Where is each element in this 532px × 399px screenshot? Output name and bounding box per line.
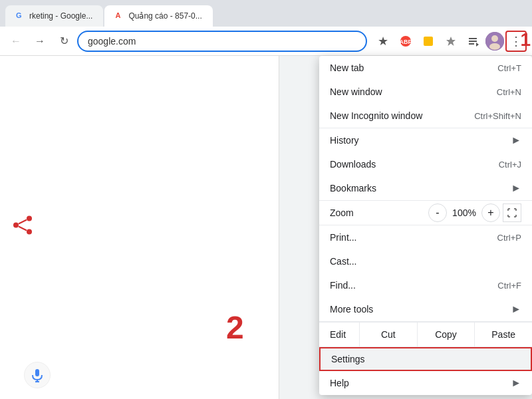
svg-rect-2 <box>424 37 433 46</box>
menu-section-tools: Print... Ctrl+P Cast... Find... Ctrl+F M… <box>319 225 532 322</box>
address-text: google.com <box>88 36 136 47</box>
paste-button[interactable]: Paste <box>474 323 532 346</box>
svg-text:ABP: ABP <box>400 39 412 45</box>
extension-icon-1[interactable] <box>418 31 439 52</box>
svg-line-13 <box>19 220 27 224</box>
fullscreen-button[interactable] <box>503 203 521 222</box>
label-1: 1 <box>520 29 531 51</box>
copy-button[interactable]: Copy <box>417 323 475 346</box>
svg-marker-6 <box>476 43 479 47</box>
menu-item-settings[interactable]: Settings <box>319 347 532 371</box>
reload-button[interactable]: ↻ <box>53 31 74 52</box>
svg-point-8 <box>491 35 498 42</box>
tab-favicon-quangcao: A <box>115 11 124 21</box>
menu-item-history[interactable]: History ► <box>319 128 532 152</box>
cut-button[interactable]: Cut <box>359 323 417 346</box>
svg-line-14 <box>19 227 27 231</box>
menu-item-bookmarks[interactable]: Bookmarks ► <box>319 176 532 200</box>
zoom-in-button[interactable]: + <box>481 203 500 222</box>
menu-item-cast[interactable]: Cast... <box>319 249 532 273</box>
menu-item-more-tools[interactable]: More tools ► <box>319 297 532 321</box>
tab-marketing[interactable]: G rketing - Google... <box>5 5 103 27</box>
tab-quangcao[interactable]: A Quảng cáo - 857-0... <box>104 5 212 27</box>
profile-avatar[interactable] <box>485 32 504 51</box>
label-2: 2 <box>226 309 244 346</box>
menu-item-downloads[interactable]: Downloads Ctrl+J <box>319 152 532 176</box>
tab-bar: G rketing - Google... A Quảng cáo - 857-… <box>0 0 532 27</box>
zoom-row: Zoom - 100% + <box>319 201 532 225</box>
svg-point-11 <box>27 229 32 235</box>
edit-row: Edit Cut Copy Paste <box>319 322 532 347</box>
star-button[interactable]: ★ <box>372 31 394 52</box>
forward-button[interactable]: → <box>29 31 51 52</box>
tab-label-marketing: rketing - Google... <box>29 11 92 21</box>
tab-label-quangcao: Quảng cáo - 857-0... <box>128 11 201 21</box>
menu-section-nav: History ► Downloads Ctrl+J Bookmarks ► <box>319 128 532 201</box>
svg-point-10 <box>27 216 32 221</box>
page-content <box>0 56 279 399</box>
browser-window: G rketing - Google... A Quảng cáo - 857-… <box>0 0 532 399</box>
abp-button[interactable]: ABP <box>395 31 416 52</box>
menu-item-find[interactable]: Find... Ctrl+F <box>319 273 532 297</box>
zoom-out-button[interactable]: - <box>428 203 447 222</box>
extension-icon-2[interactable] <box>440 31 462 52</box>
menu-section-zoom: Zoom - 100% + <box>319 201 532 225</box>
microphone-icon[interactable] <box>24 362 51 388</box>
menu-item-new-incognito[interactable]: New Incognito window Ctrl+Shift+N <box>319 104 532 128</box>
menu-item-print[interactable]: Print... Ctrl+P <box>319 225 532 249</box>
menu-section-new: New tab Ctrl+T New window Ctrl+N New Inc… <box>319 56 532 128</box>
menu-item-help[interactable]: Help ► <box>319 371 532 395</box>
share-icon <box>12 215 33 241</box>
playlist-icon[interactable] <box>463 31 484 52</box>
zoom-value: 100% <box>452 207 476 218</box>
toolbar: ← → ↻ google.com ★ ABP <box>0 27 532 56</box>
address-bar[interactable]: google.com <box>77 31 367 52</box>
svg-rect-15 <box>35 369 39 376</box>
svg-point-9 <box>489 43 500 50</box>
chrome-dropdown-menu: New tab Ctrl+T New window Ctrl+N New Inc… <box>319 56 532 395</box>
toolbar-icons: ★ ABP <box>372 31 527 52</box>
menu-item-new-tab[interactable]: New tab Ctrl+T <box>319 56 532 80</box>
menu-item-new-window[interactable]: New window Ctrl+N <box>319 80 532 104</box>
back-button[interactable]: ← <box>5 31 27 52</box>
tab-favicon-marketing: G <box>16 11 25 21</box>
zoom-controls: - 100% + <box>428 203 500 222</box>
svg-point-12 <box>13 223 19 228</box>
